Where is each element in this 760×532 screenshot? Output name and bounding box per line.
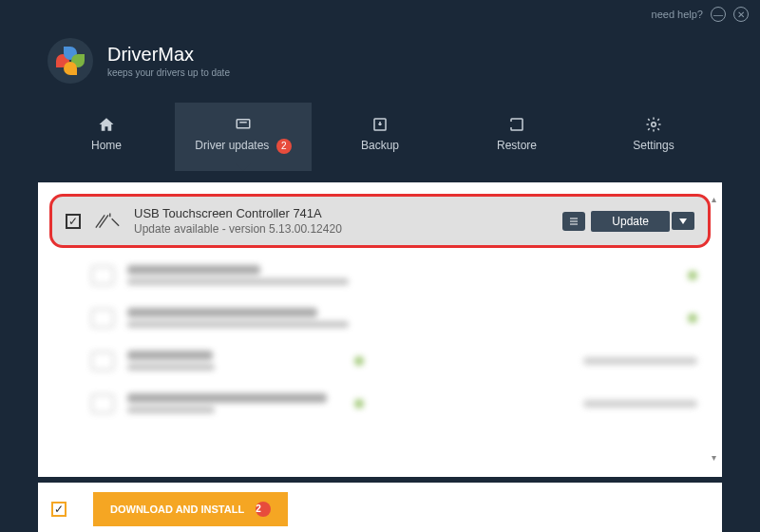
status-dot-icon [354, 356, 364, 366]
driver-row-blurred [49, 254, 711, 296]
select-all-checkbox[interactable] [51, 502, 66, 517]
tab-label: Backup [361, 139, 399, 152]
close-button[interactable]: ✕ [733, 7, 749, 22]
help-link[interactable]: need help? [652, 9, 703, 20]
settings-icon [644, 116, 663, 133]
home-icon [97, 116, 116, 133]
tab-label: Driver updates [195, 139, 269, 152]
driver-row-highlighted: USB Touchscreen Controller 741A Update a… [49, 194, 711, 248]
scroll-up-icon[interactable]: ▴ [707, 194, 720, 207]
svg-rect-0 [237, 120, 250, 128]
status-dot-icon [688, 271, 697, 280]
row-meta [583, 357, 697, 365]
status-dot-icon [688, 314, 697, 323]
brand-name: DriverMax [107, 44, 230, 66]
update-dropdown[interactable] [672, 212, 694, 230]
status-dot-icon [354, 399, 364, 408]
device-icon [91, 352, 114, 370]
driver-row-blurred [49, 296, 711, 339]
main-tabs: Home Driver updates 2 Backup Restore Set… [0, 103, 760, 171]
download-badge: 2 [256, 502, 271, 517]
device-icon [91, 394, 114, 413]
download-install-button[interactable]: DOWNLOAD AND INSTALL 2 [93, 492, 288, 526]
details-button[interactable] [562, 212, 585, 231]
minimize-button[interactable]: — [711, 7, 726, 22]
tab-restore[interactable]: Restore [448, 103, 585, 171]
updates-icon [234, 116, 253, 133]
tab-label: Restore [497, 139, 537, 152]
download-label: DOWNLOAD AND INSTALL [110, 504, 244, 515]
tab-backup[interactable]: Backup [312, 103, 448, 171]
scrollbar[interactable]: ▴ ▾ [707, 194, 720, 466]
backup-icon [370, 116, 390, 133]
tab-label: Settings [633, 139, 674, 152]
driver-status: Update available - version 5.13.00.12420 [134, 222, 562, 236]
driver-row-blurred [49, 339, 711, 382]
brand-tagline: keeps your drivers up to date [107, 67, 230, 78]
svg-point-3 [652, 123, 656, 127]
tab-label: Home [91, 139, 122, 152]
update-button[interactable]: Update [591, 211, 670, 232]
action-bar: DOWNLOAD AND INSTALL 2 [38, 483, 722, 532]
driver-list-panel: USB Touchscreen Controller 741A Update a… [38, 182, 722, 477]
app-header: DriverMax keeps your drivers up to date [0, 28, 760, 103]
restore-icon [507, 116, 526, 133]
device-icon [91, 309, 114, 328]
app-logo [48, 38, 93, 84]
chevron-down-icon [679, 218, 687, 224]
list-icon [568, 217, 580, 226]
scroll-down-icon[interactable]: ▾ [707, 452, 720, 466]
driver-checkbox[interactable] [66, 214, 81, 229]
row-meta [583, 400, 697, 408]
tab-home[interactable]: Home [38, 103, 175, 171]
device-icon [94, 210, 121, 233]
driver-name: USB Touchscreen Controller 741A [134, 206, 562, 220]
tab-settings[interactable]: Settings [585, 103, 722, 171]
driver-row-blurred [49, 382, 711, 425]
updates-badge: 2 [276, 139, 292, 154]
device-icon [91, 266, 114, 285]
tab-driver-updates[interactable]: Driver updates 2 [175, 103, 312, 171]
